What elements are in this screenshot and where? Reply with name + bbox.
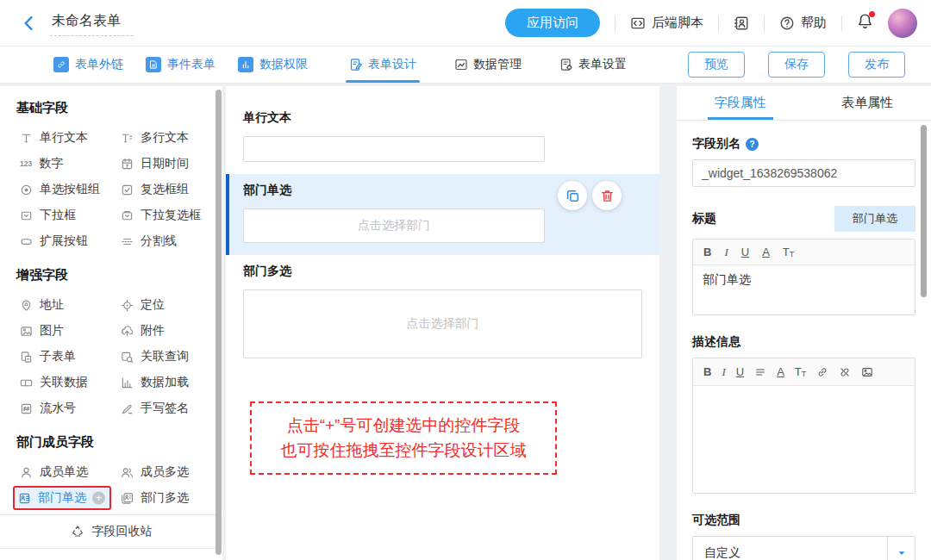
copy-field-button[interactable] <box>558 181 587 210</box>
question-badge-icon[interactable]: ? <box>746 138 759 151</box>
field-item-locate[interactable]: 定位 <box>117 295 168 315</box>
canvas-field-dept-multi[interactable]: 部门多选 点击选择部门 <box>226 255 659 370</box>
app-access-button[interactable]: 应用访问 <box>505 9 600 37</box>
field-item-label: 附件 <box>141 323 165 339</box>
back-button[interactable] <box>21 15 38 32</box>
text-size-button[interactable]: TT <box>795 365 806 378</box>
data-load-icon <box>121 376 134 389</box>
field-item-member[interactable]: 成员单选 <box>16 462 91 482</box>
tab-form-design-label: 表单设计 <box>368 57 416 72</box>
field-item-radio[interactable]: 单选按钮组 <box>16 179 103 200</box>
tab-form-design[interactable]: 表单设计 <box>349 47 416 83</box>
inspector-body: 字段别名 ? 标题 部门单选 BIUATT 部门单选 描述信息 BIUATT <box>677 121 931 560</box>
depts-icon <box>121 492 134 505</box>
title-editor-content[interactable]: 部门单选 <box>693 265 915 314</box>
help-button[interactable]: 帮助 <box>779 15 827 31</box>
field-item-divider[interactable]: 分割线 <box>117 231 180 252</box>
toolbar-actions: 预览 保存 发布 <box>688 52 905 78</box>
code-icon <box>630 16 646 31</box>
field-item-dept[interactable]: 部门单选+ <box>15 488 109 508</box>
image-button[interactable] <box>861 366 873 378</box>
tab-form-settings[interactable]: 表单设置 <box>559 47 627 83</box>
form-external-link-button[interactable]: 表单外链 <box>53 57 123 72</box>
text-size-button[interactable]: TT <box>783 246 794 258</box>
font-color-button[interactable]: A <box>777 365 784 378</box>
field-actions <box>558 181 622 210</box>
field-item-rel-data[interactable]: 关联数据 <box>16 372 91 393</box>
field-item-checkbox[interactable]: 复选框组 <box>117 179 192 200</box>
form-title[interactable]: 未命名表单 <box>50 10 133 36</box>
field-grid: 地址定位图片附件子表单关联查询关联数据数据加载流水号手写签名 <box>0 292 222 421</box>
add-field-icon[interactable]: + <box>92 492 105 505</box>
field-item-attach[interactable]: 附件 <box>117 320 168 341</box>
radio-icon <box>20 184 33 196</box>
field-grid: 成员单选成员多选部门单选+部门多选 <box>0 459 222 511</box>
sidebar-sections: 基础字段单行文本多行文本123数字日期时间单选按钮组复选框组下拉框下拉复选框扩展… <box>0 86 222 511</box>
contacts-button[interactable] <box>734 16 749 31</box>
single-text-input[interactable] <box>243 136 545 162</box>
data-permission-button[interactable]: 数据权限 <box>238 57 308 72</box>
publish-button[interactable]: 发布 <box>848 52 905 78</box>
field-item-sign[interactable]: 手写签名 <box>117 398 192 419</box>
italic-button[interactable]: I <box>722 365 725 379</box>
field-item-button[interactable]: 扩展按钮 <box>16 231 91 252</box>
field-item-textarea[interactable]: 多行文本 <box>117 128 192 148</box>
avatar[interactable] <box>888 9 917 38</box>
canvas-field-dept-single[interactable]: 部门单选 点击选择部门 <box>226 174 659 255</box>
field-item-data-load[interactable]: 数据加载 <box>117 372 192 393</box>
field-item-depts[interactable]: 部门多选 <box>117 488 192 508</box>
unlink-button[interactable] <box>839 366 851 378</box>
tab-data-manage[interactable]: 数据管理 <box>454 47 522 83</box>
member-icon <box>20 466 33 479</box>
underline-button[interactable]: U <box>736 365 744 378</box>
font-color-button[interactable]: A <box>762 246 770 258</box>
title-label: 标题 <box>692 211 716 227</box>
delete-field-button[interactable] <box>592 181 622 210</box>
field-item-text[interactable]: 单行文本 <box>16 128 91 148</box>
tab-form-properties[interactable]: 表单属性 <box>804 86 931 120</box>
workspace: 基础字段单行文本多行文本123数字日期时间单选按钮组复选框组下拉框下拉复选框扩展… <box>0 84 931 560</box>
underline-button[interactable]: U <box>741 246 749 258</box>
inspector-scrollbar[interactable] <box>921 125 927 297</box>
dept-multi-picker[interactable]: 点击选择部门 <box>243 289 642 358</box>
field-label: 部门多选 <box>243 264 642 279</box>
recycle-bin-button[interactable]: 字段回收站 <box>0 514 222 549</box>
tab-field-properties[interactable]: 字段属性 <box>677 86 804 120</box>
canvas-field-single-text[interactable]: 单行文本 <box>226 102 659 174</box>
range-select[interactable]: 自定义 <box>692 536 915 560</box>
field-item-number[interactable]: 123数字 <box>16 153 66 174</box>
sidebar-scrollbar[interactable] <box>216 90 222 555</box>
field-item-serial[interactable]: 流水号 <box>16 398 79 419</box>
field-item-address[interactable]: 地址 <box>16 295 67 315</box>
app-window: 未命名表单 应用访问 后端脚本 帮助 <box>0 0 931 560</box>
field-item-subform[interactable]: 子表单 <box>16 346 79 367</box>
field-item-label: 关联查询 <box>141 349 189 364</box>
field-item-label: 单行文本 <box>40 130 88 146</box>
button-icon <box>20 235 33 248</box>
field-item-label: 子表单 <box>40 349 76 364</box>
bold-button[interactable]: B <box>703 365 711 378</box>
bold-button[interactable]: B <box>703 246 711 258</box>
field-item-members[interactable]: 成员多选 <box>117 462 192 482</box>
section-title: 部门成员字段 <box>0 434 222 451</box>
italic-button[interactable]: I <box>724 246 728 259</box>
save-button[interactable]: 保存 <box>768 52 825 78</box>
alias-input[interactable] <box>692 159 915 187</box>
field-item-image[interactable]: 图片 <box>16 320 67 341</box>
field-item-date[interactable]: 日期时间 <box>117 153 192 174</box>
field-item-rel-query[interactable]: 关联查询 <box>117 346 192 367</box>
description-editor-content[interactable] <box>693 386 915 493</box>
event-form-button[interactable]: 事件表单 <box>146 57 216 72</box>
link-button[interactable] <box>816 366 828 378</box>
backend-script-button[interactable]: 后端脚本 <box>630 15 703 31</box>
notifications-button[interactable] <box>857 13 873 33</box>
hint-annotation: 点击“+”号可创建选中的控件字段 也可按住拖拽至控件字段设计区域 <box>250 401 557 475</box>
field-item-multiselect[interactable]: 下拉复选框 <box>117 205 204 226</box>
preview-button[interactable]: 预览 <box>688 52 745 78</box>
dept-single-picker[interactable]: 点击选择部门 <box>243 208 545 243</box>
align-button[interactable] <box>754 366 766 378</box>
field-item-label: 下拉框 <box>40 208 76 223</box>
recycle-label: 字段回收站 <box>92 524 153 539</box>
form-design-icon <box>349 58 363 72</box>
field-item-select[interactable]: 下拉框 <box>16 205 79 226</box>
